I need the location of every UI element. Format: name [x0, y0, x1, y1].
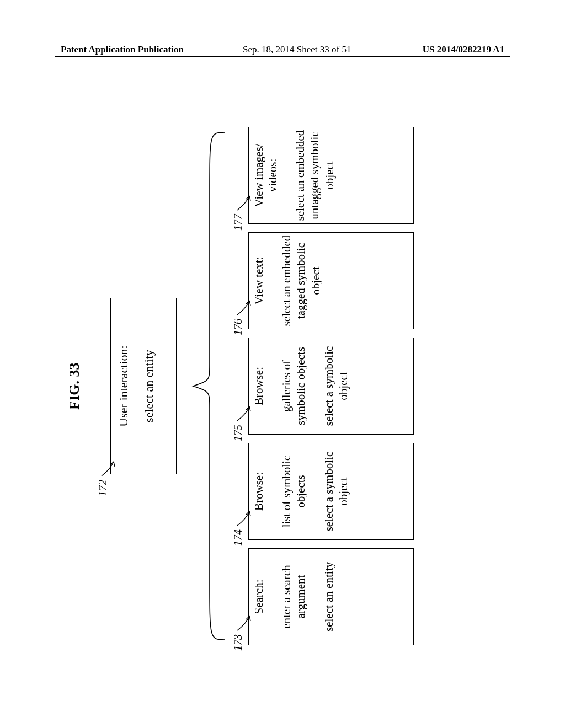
child-box-browse-galleries: Browse: galleries of symbolic objects se…: [248, 338, 414, 435]
ref-176: 176: [232, 319, 244, 335]
child-mid: list of symbolic objects: [279, 446, 308, 537]
figure-title: FIG. 33: [66, 110, 83, 662]
child-title: View text:: [252, 235, 266, 326]
child-box-view-images: View images/ videos: select an embedded …: [248, 127, 414, 224]
child-mid: galleries of symbolic objects: [279, 340, 308, 432]
ref-172: 172: [97, 480, 109, 496]
child-title: Browse:: [252, 340, 266, 432]
header-pub-number: US 2014/0282219 A1: [423, 44, 504, 55]
figure-33: FIG. 33 172 User interaction: select an …: [66, 110, 486, 662]
ref-174: 174: [232, 529, 244, 546]
children-row: Search: enter a search argument select a…: [248, 127, 414, 645]
child-title: Browse:: [252, 446, 266, 537]
child-box-browse-list: Browse: list of symbolic objects select …: [248, 443, 414, 540]
child-mid: enter a search argument: [279, 551, 308, 643]
child-bot: select an entity: [322, 551, 336, 643]
top-box-line2: select an entity: [142, 298, 156, 474]
child-bot: select a symbolic object: [322, 446, 351, 537]
ref-175: 175: [232, 425, 244, 441]
child-box-search: Search: enter a search argument select a…: [248, 548, 414, 645]
header-publication: Patent Application Publication: [61, 44, 184, 55]
child-box-view-text: View text: select an embedded tagged sym…: [248, 232, 414, 329]
top-box-line1: User interaction:: [116, 298, 131, 474]
child-bot: select a symbolic object: [322, 340, 351, 432]
ref-177: 177: [232, 214, 244, 231]
child-title: View images/ videos:: [252, 130, 280, 221]
child-bot: select an embedded untagged symbolic obj…: [293, 130, 337, 221]
header-date-sheet: Sep. 18, 2014 Sheet 33 of 51: [243, 44, 351, 55]
child-bot: select an embedded tagged symbolic objec…: [279, 235, 323, 326]
child-title: Search:: [252, 551, 266, 643]
top-box-user-interaction: User interaction: select an entity: [110, 298, 177, 474]
header-rule: [55, 56, 510, 57]
curly-brace: [188, 127, 226, 645]
ref-173: 173: [232, 634, 244, 651]
